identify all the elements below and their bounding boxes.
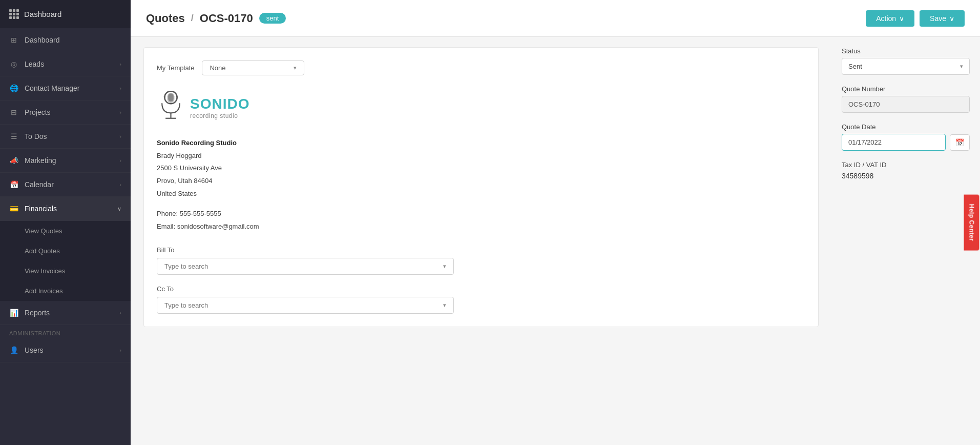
company-name-logo: SONIDO recording studio: [190, 96, 249, 119]
sidebar-item-marketing[interactable]: 📣 Marketing ›: [0, 149, 131, 173]
sidebar-item-projects[interactable]: ⊟ Projects ›: [0, 100, 131, 125]
chevron-right-icon: ›: [119, 181, 121, 188]
chevron-right-icon: ›: [119, 61, 121, 67]
template-label: My Template: [157, 64, 194, 72]
sidebar-header: Dashboard: [0, 0, 131, 28]
template-row: My Template None ▾: [157, 60, 805, 75]
company-address2: Provo, Utah 84604: [157, 175, 805, 188]
quote-date-label: Quote Date: [842, 123, 970, 131]
topbar-left: Quotes / OCS-0170 sent: [146, 12, 286, 25]
help-center-tab[interactable]: Help Center: [964, 195, 979, 251]
company-main-name: Sonido Recording Studio: [157, 137, 805, 150]
sidebar-item-view-invoices[interactable]: View Invoices: [0, 261, 131, 281]
quote-number-label: Quote Number: [842, 85, 970, 93]
template-value: None: [210, 64, 225, 72]
sidebar-label-reports: Reports: [25, 309, 50, 317]
leads-icon: ◎: [9, 59, 18, 69]
company-contact: Brady Hoggard: [157, 150, 805, 163]
right-panel: Status Sent ▾ Quote Number OCS-0170 Quot…: [831, 37, 980, 445]
chevron-right-icon: ›: [119, 157, 121, 164]
sidebar-item-users[interactable]: 👤 Users ›: [0, 338, 131, 362]
company-country: United States: [157, 188, 805, 200]
chevron-right-icon: ›: [119, 347, 121, 353]
sidebar-item-contact-manager[interactable]: 🌐 Contact Manager ›: [0, 76, 131, 100]
save-button[interactable]: Save ∨: [920, 10, 965, 27]
sidebar-label-contact: Contact Manager: [25, 84, 79, 92]
quote-date-row: 📅: [842, 134, 970, 151]
sidebar-item-calendar[interactable]: 📅 Calendar ›: [0, 173, 131, 197]
help-center-label: Help Center: [968, 204, 975, 241]
company-name: SONIDO: [190, 96, 249, 112]
sidebar-item-dashboard[interactable]: ⊞ Dashboard: [0, 28, 131, 52]
sidebar-label-projects: Projects: [25, 108, 51, 116]
sidebar-item-add-quotes[interactable]: Add Quotes: [0, 241, 131, 261]
users-icon: 👤: [9, 346, 18, 355]
sidebar-item-leads[interactable]: ◎ Leads ›: [0, 52, 131, 76]
quote-date-input[interactable]: [842, 134, 946, 151]
reports-icon: 📊: [9, 308, 18, 317]
todos-icon: ☰: [9, 132, 18, 141]
chevron-right-icon: ›: [119, 109, 121, 115]
breadcrumb-separator: /: [191, 13, 194, 24]
dropdown-arrow-icon: ▾: [443, 302, 446, 309]
company-logo: SONIDO recording studio: [157, 91, 249, 124]
tax-id-field: Tax ID / VAT ID 34589598: [842, 161, 970, 180]
marketing-icon: 📣: [9, 156, 18, 165]
app-title: Dashboard: [24, 10, 61, 18]
financials-submenu: View Quotes Add Quotes View Invoices Add…: [0, 221, 131, 301]
main-content: Quotes / OCS-0170 sent Action ∨ Save ∨ M…: [131, 0, 980, 445]
sidebar-label-financials: Financials: [25, 205, 57, 213]
cc-to-search[interactable]: [164, 301, 443, 309]
sidebar-label-users: Users: [25, 346, 44, 354]
bill-to-search[interactable]: [164, 262, 443, 270]
tax-id-label: Tax ID / VAT ID: [842, 161, 970, 169]
company-email: Email: sonidosoftware@gmail.com: [157, 220, 805, 233]
dropdown-arrow-icon: ▾: [960, 63, 963, 70]
template-select[interactable]: None ▾: [202, 60, 304, 75]
sidebar-label-dashboard: Dashboard: [25, 36, 60, 44]
tax-id-value: 34589598: [842, 172, 970, 180]
sidebar-item-todos[interactable]: ☰ To Dos ›: [0, 125, 131, 149]
company-details: Sonido Recording Studio Brady Hoggard 25…: [157, 137, 805, 200]
bill-to-label: Bill To: [157, 246, 805, 254]
cc-to-input[interactable]: ▾: [157, 297, 454, 314]
quote-date-field: Quote Date 📅: [842, 123, 970, 151]
chevron-right-icon: ›: [119, 133, 121, 139]
admin-section-label: Administration: [0, 325, 131, 338]
chevron-down-icon: ∨: [949, 14, 954, 23]
company-phone: Phone: 555-555-5555: [157, 208, 805, 220]
sidebar-label-leads: Leads: [25, 60, 44, 68]
content-area: My Template None ▾: [131, 37, 980, 445]
sidebar-item-view-quotes[interactable]: View Quotes: [0, 221, 131, 241]
sidebar-label-todos: To Dos: [25, 132, 47, 140]
sidebar-item-financials[interactable]: 💳 Financials ∨: [0, 197, 131, 221]
chevron-right-icon: ›: [119, 85, 121, 91]
sidebar-item-reports[interactable]: 📊 Reports ›: [0, 301, 131, 325]
quote-number-field: Quote Number OCS-0170: [842, 85, 970, 113]
company-sub: recording studio: [190, 112, 249, 119]
chevron-right-icon: ›: [119, 310, 121, 316]
chevron-down-icon: ∨: [117, 206, 121, 212]
dropdown-arrow-icon: ▾: [443, 263, 446, 270]
chevron-down-icon: ∨: [899, 14, 904, 23]
projects-icon: ⊟: [9, 108, 18, 117]
status-field: Status Sent ▾: [842, 47, 970, 75]
contact-icon: 🌐: [9, 84, 18, 93]
sidebar-label-marketing: Marketing: [25, 156, 56, 165]
topbar-actions: Action ∨ Save ∨: [866, 10, 965, 27]
status-value: Sent: [848, 63, 862, 70]
topbar: Quotes / OCS-0170 sent Action ∨ Save ∨: [131, 0, 980, 37]
svg-rect-2: [168, 93, 173, 102]
action-button[interactable]: Action ∨: [866, 10, 914, 27]
company-contact-details: Phone: 555-555-5555 Email: sonidosoftwar…: [157, 208, 805, 233]
company-address1: 2500 S University Ave: [157, 162, 805, 175]
status-select[interactable]: Sent ▾: [842, 58, 970, 75]
cc-to-section: Cc To ▾: [157, 285, 805, 314]
breadcrumb-doc-id: OCS-0170: [200, 12, 253, 25]
sidebar-label-calendar: Calendar: [25, 180, 54, 189]
sidebar-item-add-invoices[interactable]: Add Invoices: [0, 281, 131, 301]
calendar-button[interactable]: 📅: [950, 134, 970, 151]
sidebar: Dashboard ⊞ Dashboard ◎ Leads › 🌐 Contac…: [0, 0, 131, 445]
bill-to-input[interactable]: ▾: [157, 258, 454, 275]
quote-card: My Template None ▾: [143, 47, 819, 327]
